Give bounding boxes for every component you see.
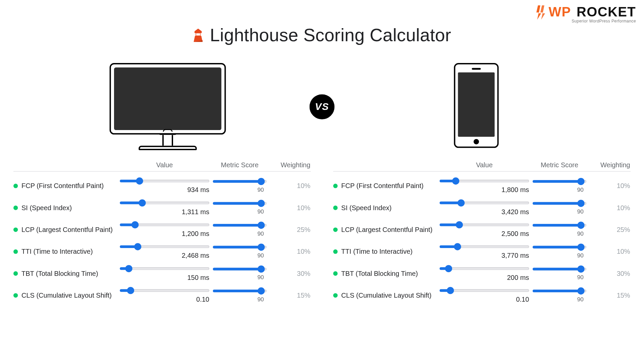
metric-value: 3,420 ms <box>440 208 529 216</box>
score-slider[interactable] <box>213 266 267 272</box>
metric-value: 2,468 ms <box>120 252 209 259</box>
metric-weight: 10% <box>270 182 310 190</box>
col-weight: Weighting <box>270 161 310 169</box>
metric-row: FCP (First Contentful Paint)1,800 ms9010… <box>333 172 631 193</box>
value-slider[interactable] <box>120 222 209 228</box>
score-slider[interactable] <box>533 222 586 229</box>
mobile-icon <box>454 63 498 148</box>
status-dot-icon <box>333 249 337 253</box>
metric-name: TBT (Total Blocking Time) <box>13 269 116 277</box>
metric-value: 1,311 ms <box>120 208 209 216</box>
value-slider[interactable] <box>440 287 529 294</box>
rocket-streak-icon <box>536 5 546 20</box>
metric-value: 3,770 ms <box>440 252 529 259</box>
metric-value: 0.10 <box>120 295 209 303</box>
score-slider[interactable] <box>213 222 267 229</box>
col-value: Value <box>120 161 209 169</box>
value-slider[interactable] <box>440 178 529 184</box>
metric-row: TTI (Time to Interactive)2,468 ms9010% <box>13 237 311 259</box>
brand-wp: WP <box>548 4 571 19</box>
svg-rect-1 <box>196 33 200 36</box>
metric-row: FCP (First Contentful Paint)934 ms9010% <box>13 172 311 193</box>
metric-name: LCP (Largest Contentful Paint) <box>13 226 116 233</box>
metric-row: CLS (Cumulative Layout Shift)0.109015% <box>333 281 631 303</box>
metric-score: 90 <box>213 252 267 259</box>
col-weight: Weighting <box>590 161 630 169</box>
desktop-metrics-table: Value Metric Score Weighting FCP (First … <box>13 161 311 303</box>
desktop-icon <box>110 63 226 150</box>
score-slider[interactable] <box>533 266 586 272</box>
score-slider[interactable] <box>533 200 586 206</box>
value-slider[interactable] <box>120 178 209 184</box>
metric-label: TBT (Total Blocking Time) <box>21 269 98 277</box>
status-dot-icon <box>13 293 18 297</box>
metric-value: 150 ms <box>120 274 209 281</box>
metric-label: TTI (Time to Interactive) <box>21 248 93 255</box>
value-slider[interactable] <box>440 222 529 228</box>
metric-label: CLS (Cumulative Layout Shift) <box>21 291 112 299</box>
metric-name: FCP (First Contentful Paint) <box>333 182 436 190</box>
metric-value: 1,800 ms <box>440 186 529 194</box>
score-slider[interactable] <box>213 178 267 185</box>
metric-label: SI (Speed Index) <box>21 204 72 212</box>
score-slider[interactable] <box>533 244 586 250</box>
metric-row: TBT (Total Blocking Time)150 ms9030% <box>13 259 311 281</box>
metric-label: FCP (First Contentful Paint) <box>341 182 423 190</box>
score-slider[interactable] <box>533 288 586 294</box>
value-slider[interactable] <box>120 244 209 250</box>
status-dot-icon <box>333 227 337 232</box>
col-value: Value <box>440 161 529 169</box>
metric-name: FCP (First Contentful Paint) <box>13 182 116 190</box>
status-dot-icon <box>333 271 337 276</box>
metric-weight: 10% <box>590 204 630 212</box>
metric-score: 90 <box>213 208 267 215</box>
score-slider[interactable] <box>213 244 267 250</box>
metric-name: SI (Speed Index) <box>13 204 116 212</box>
metric-score: 90 <box>533 230 586 237</box>
status-dot-icon <box>13 183 18 188</box>
metric-value: 1,200 ms <box>120 230 209 237</box>
metric-row: SI (Speed Index)1,311 ms9010% <box>13 193 311 215</box>
metric-value: 2,500 ms <box>440 230 529 237</box>
status-dot-icon <box>13 227 18 232</box>
metric-score: 90 <box>213 186 267 193</box>
value-slider[interactable] <box>120 200 209 206</box>
value-slider[interactable] <box>440 265 529 272</box>
metric-row: TTI (Time to Interactive)3,770 ms9010% <box>333 237 631 259</box>
metric-label: TTI (Time to Interactive) <box>341 248 413 255</box>
value-slider[interactable] <box>120 287 209 294</box>
metric-score: 90 <box>533 296 586 303</box>
metric-weight: 10% <box>590 248 630 255</box>
metric-weight: 30% <box>590 269 630 277</box>
col-score: Metric Score <box>533 161 586 169</box>
value-slider[interactable] <box>440 200 529 206</box>
brand-rocket: ROCKET <box>577 4 636 19</box>
metric-score: 90 <box>213 296 267 303</box>
metric-label: SI (Speed Index) <box>341 204 391 212</box>
metric-value: 200 ms <box>440 274 529 281</box>
metric-weight: 10% <box>270 204 310 212</box>
metric-row: LCP (Largest Contentful Paint)1,200 ms90… <box>13 216 311 237</box>
metric-score: 90 <box>533 252 586 259</box>
metric-name: TTI (Time to Interactive) <box>333 248 436 255</box>
metric-weight: 10% <box>270 248 310 255</box>
brand-logo: WP ROCKET Superior WordPress Performance <box>536 4 636 23</box>
metric-row: TBT (Total Blocking Time)200 ms9030% <box>333 259 631 281</box>
metric-label: CLS (Cumulative Layout Shift) <box>341 291 431 299</box>
score-slider[interactable] <box>213 288 267 294</box>
vs-badge: VS <box>310 94 335 119</box>
metric-row: CLS (Cumulative Layout Shift)0.109015% <box>13 281 311 303</box>
metric-score: 90 <box>213 230 267 237</box>
value-slider[interactable] <box>440 244 529 250</box>
page-title: Lighthouse Scoring Calculator <box>210 25 451 45</box>
metric-label: FCP (First Contentful Paint) <box>21 182 104 190</box>
metric-label: LCP (Largest Contentful Paint) <box>341 226 432 233</box>
status-dot-icon <box>13 271 18 276</box>
metric-name: CLS (Cumulative Layout Shift) <box>333 291 436 299</box>
score-slider[interactable] <box>533 178 586 185</box>
score-slider[interactable] <box>213 200 267 206</box>
metric-weight: 25% <box>270 226 310 233</box>
metric-score: 90 <box>533 186 586 193</box>
value-slider[interactable] <box>120 265 209 272</box>
metric-label: LCP (Largest Contentful Paint) <box>21 226 113 233</box>
